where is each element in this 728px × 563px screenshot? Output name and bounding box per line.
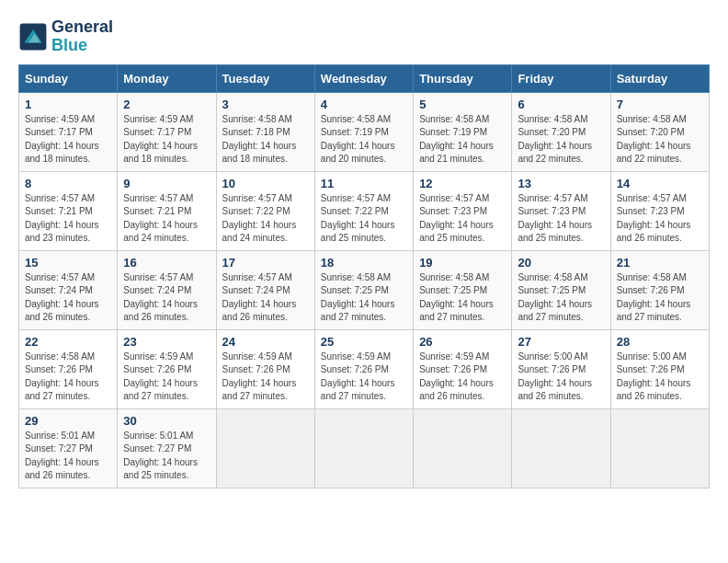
calendar-cell <box>610 408 709 488</box>
header-row: SundayMondayTuesdayWednesdayThursdayFrid… <box>19 64 710 92</box>
calendar-cell: 14Sunrise: 4:57 AMSunset: 7:23 PMDayligh… <box>610 171 709 250</box>
day-number: 5 <box>419 98 506 111</box>
calendar-cell: 28Sunrise: 5:00 AMSunset: 7:26 PMDayligh… <box>610 329 709 408</box>
calendar-cell <box>314 408 413 488</box>
day-info: Sunrise: 4:58 AMSunset: 7:26 PMDaylight:… <box>617 272 691 323</box>
day-number: 15 <box>25 256 111 270</box>
day-number: 24 <box>222 335 309 349</box>
day-number: 3 <box>222 98 309 111</box>
day-info: Sunrise: 4:58 AMSunset: 7:18 PMDaylight:… <box>222 114 297 165</box>
day-number: 25 <box>321 335 407 349</box>
header-cell-thursday: Thursday <box>414 64 512 92</box>
day-number: 9 <box>123 177 210 190</box>
day-number: 14 <box>617 177 703 190</box>
header: General Blue <box>18 18 710 55</box>
calendar-cell: 26Sunrise: 4:59 AMSunset: 7:26 PMDayligh… <box>414 329 512 408</box>
day-info: Sunrise: 4:58 AMSunset: 7:26 PMDaylight:… <box>25 351 99 402</box>
calendar-cell <box>512 408 610 488</box>
calendar-cell: 12Sunrise: 4:57 AMSunset: 7:23 PMDayligh… <box>414 171 512 250</box>
day-number: 13 <box>518 177 604 190</box>
day-info: Sunrise: 4:59 AMSunset: 7:26 PMDaylight:… <box>123 351 198 402</box>
day-number: 1 <box>25 98 111 111</box>
day-info: Sunrise: 4:57 AMSunset: 7:24 PMDaylight:… <box>25 272 99 323</box>
day-number: 10 <box>222 177 309 190</box>
calendar-week-5: 29Sunrise: 5:01 AMSunset: 7:27 PMDayligh… <box>19 408 710 488</box>
day-info: Sunrise: 4:58 AMSunset: 7:25 PMDaylight:… <box>518 272 592 323</box>
calendar-cell: 2Sunrise: 4:59 AMSunset: 7:17 PMDaylight… <box>118 92 216 171</box>
calendar-header: SundayMondayTuesdayWednesdayThursdayFrid… <box>19 64 710 92</box>
day-info: Sunrise: 4:59 AMSunset: 7:26 PMDaylight:… <box>222 351 297 402</box>
day-info: Sunrise: 5:01 AMSunset: 7:27 PMDaylight:… <box>25 431 99 481</box>
header-cell-sunday: Sunday <box>19 64 118 92</box>
day-number: 16 <box>123 256 210 270</box>
day-info: Sunrise: 4:57 AMSunset: 7:24 PMDaylight:… <box>123 272 198 323</box>
day-number: 27 <box>518 335 604 349</box>
day-info: Sunrise: 4:57 AMSunset: 7:23 PMDaylight:… <box>518 193 592 244</box>
day-number: 30 <box>123 414 210 428</box>
logo: General Blue <box>18 18 113 55</box>
day-info: Sunrise: 4:59 AMSunset: 7:26 PMDaylight:… <box>419 351 494 402</box>
day-number: 28 <box>617 335 703 349</box>
day-number: 19 <box>419 256 506 270</box>
calendar-cell: 15Sunrise: 4:57 AMSunset: 7:24 PMDayligh… <box>19 250 118 329</box>
calendar-cell: 4Sunrise: 4:58 AMSunset: 7:19 PMDaylight… <box>314 92 413 171</box>
calendar-cell: 13Sunrise: 4:57 AMSunset: 7:23 PMDayligh… <box>512 171 610 250</box>
calendar-cell: 25Sunrise: 4:59 AMSunset: 7:26 PMDayligh… <box>314 329 413 408</box>
day-info: Sunrise: 4:58 AMSunset: 7:25 PMDaylight:… <box>419 272 494 323</box>
calendar-cell: 11Sunrise: 4:57 AMSunset: 7:22 PMDayligh… <box>314 171 413 250</box>
day-number: 12 <box>419 177 506 190</box>
day-info: Sunrise: 5:00 AMSunset: 7:26 PMDaylight:… <box>518 351 592 402</box>
header-cell-monday: Monday <box>118 64 216 92</box>
calendar-week-3: 15Sunrise: 4:57 AMSunset: 7:24 PMDayligh… <box>19 250 710 329</box>
header-cell-wednesday: Wednesday <box>314 64 413 92</box>
day-info: Sunrise: 4:58 AMSunset: 7:20 PMDaylight:… <box>617 114 691 165</box>
day-info: Sunrise: 4:57 AMSunset: 7:21 PMDaylight:… <box>25 193 99 244</box>
day-number: 2 <box>123 98 210 111</box>
calendar-cell: 9Sunrise: 4:57 AMSunset: 7:21 PMDaylight… <box>118 171 216 250</box>
calendar-cell: 18Sunrise: 4:58 AMSunset: 7:25 PMDayligh… <box>314 250 413 329</box>
calendar-cell: 24Sunrise: 4:59 AMSunset: 7:26 PMDayligh… <box>216 329 314 408</box>
calendar-week-4: 22Sunrise: 4:58 AMSunset: 7:26 PMDayligh… <box>19 329 710 408</box>
calendar-cell: 10Sunrise: 4:57 AMSunset: 7:22 PMDayligh… <box>216 171 314 250</box>
calendar-cell: 19Sunrise: 4:58 AMSunset: 7:25 PMDayligh… <box>414 250 512 329</box>
day-info: Sunrise: 4:59 AMSunset: 7:17 PMDaylight:… <box>25 114 99 165</box>
calendar-cell: 3Sunrise: 4:58 AMSunset: 7:18 PMDaylight… <box>216 92 314 171</box>
day-number: 20 <box>518 256 604 270</box>
day-info: Sunrise: 4:57 AMSunset: 7:23 PMDaylight:… <box>419 193 494 244</box>
day-number: 18 <box>321 256 407 270</box>
calendar-cell: 30Sunrise: 5:01 AMSunset: 7:27 PMDayligh… <box>118 408 216 488</box>
day-number: 6 <box>518 98 604 111</box>
calendar-cell: 22Sunrise: 4:58 AMSunset: 7:26 PMDayligh… <box>19 329 118 408</box>
day-number: 26 <box>419 335 506 349</box>
calendar-week-2: 8Sunrise: 4:57 AMSunset: 7:21 PMDaylight… <box>19 171 710 250</box>
calendar-cell: 27Sunrise: 5:00 AMSunset: 7:26 PMDayligh… <box>512 329 610 408</box>
day-info: Sunrise: 4:59 AMSunset: 7:17 PMDaylight:… <box>123 114 198 165</box>
day-info: Sunrise: 4:57 AMSunset: 7:23 PMDaylight:… <box>617 193 691 244</box>
day-info: Sunrise: 4:57 AMSunset: 7:22 PMDaylight:… <box>222 193 297 244</box>
day-info: Sunrise: 4:57 AMSunset: 7:24 PMDaylight:… <box>222 272 297 323</box>
calendar-cell: 20Sunrise: 4:58 AMSunset: 7:25 PMDayligh… <box>512 250 610 329</box>
calendar-cell: 8Sunrise: 4:57 AMSunset: 7:21 PMDaylight… <box>19 171 118 250</box>
calendar-cell: 1Sunrise: 4:59 AMSunset: 7:17 PMDaylight… <box>19 92 118 171</box>
day-number: 8 <box>25 177 111 190</box>
day-info: Sunrise: 5:01 AMSunset: 7:27 PMDaylight:… <box>123 431 198 481</box>
calendar-week-1: 1Sunrise: 4:59 AMSunset: 7:17 PMDaylight… <box>19 92 710 171</box>
day-info: Sunrise: 4:58 AMSunset: 7:19 PMDaylight:… <box>321 114 395 165</box>
day-number: 22 <box>25 335 111 349</box>
day-info: Sunrise: 4:57 AMSunset: 7:22 PMDaylight:… <box>321 193 395 244</box>
calendar-cell: 21Sunrise: 4:58 AMSunset: 7:26 PMDayligh… <box>610 250 709 329</box>
calendar-cell: 23Sunrise: 4:59 AMSunset: 7:26 PMDayligh… <box>118 329 216 408</box>
calendar-cell: 6Sunrise: 4:58 AMSunset: 7:20 PMDaylight… <box>512 92 610 171</box>
calendar-cell: 5Sunrise: 4:58 AMSunset: 7:19 PMDaylight… <box>414 92 512 171</box>
calendar-body: 1Sunrise: 4:59 AMSunset: 7:17 PMDaylight… <box>19 92 710 488</box>
day-info: Sunrise: 4:58 AMSunset: 7:19 PMDaylight:… <box>419 114 494 165</box>
day-info: Sunrise: 4:59 AMSunset: 7:26 PMDaylight:… <box>321 351 395 402</box>
calendar-cell: 7Sunrise: 4:58 AMSunset: 7:20 PMDaylight… <box>610 92 709 171</box>
calendar-cell: 29Sunrise: 5:01 AMSunset: 7:27 PMDayligh… <box>19 408 118 488</box>
day-info: Sunrise: 4:58 AMSunset: 7:25 PMDaylight:… <box>321 272 395 323</box>
day-number: 7 <box>617 98 703 111</box>
day-info: Sunrise: 5:00 AMSunset: 7:26 PMDaylight:… <box>617 351 691 402</box>
calendar-cell <box>216 408 314 488</box>
day-number: 29 <box>25 414 111 428</box>
calendar-cell: 16Sunrise: 4:57 AMSunset: 7:24 PMDayligh… <box>118 250 216 329</box>
